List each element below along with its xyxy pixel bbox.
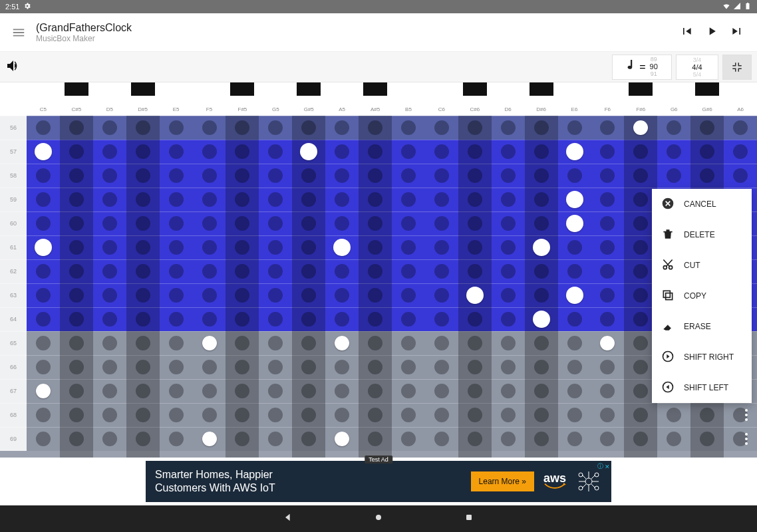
note-label: C#5 — [72, 106, 82, 112]
ad-brand-logo: aws — [543, 473, 566, 489]
status-time: 2:51 — [5, 3, 19, 11]
ad-banner[interactable]: Test Ad Smarter Homes, Happier Customers… — [146, 461, 611, 502]
android-nav-bar — [0, 505, 757, 532]
note-label: C#6 — [470, 106, 480, 112]
black-key — [297, 82, 321, 96]
note[interactable] — [335, 336, 349, 350]
black-key — [363, 82, 387, 96]
row-number: 63 — [0, 283, 27, 307]
row-number: 56 — [0, 116, 27, 140]
note[interactable] — [566, 143, 583, 160]
note-label: E5 — [173, 106, 180, 112]
note[interactable] — [566, 191, 583, 208]
note[interactable] — [466, 287, 484, 304]
note[interactable] — [600, 336, 615, 350]
context-menu-shift_right[interactable]: SHIFT RIGHT — [652, 342, 752, 372]
context-menu-cancel[interactable]: CANCEL — [652, 189, 752, 219]
note-label: G#5 — [304, 106, 314, 112]
black-key — [131, 82, 155, 96]
black-key — [530, 82, 553, 96]
note[interactable] — [633, 120, 648, 135]
erase-icon — [661, 319, 675, 334]
context-menu-shift_left[interactable]: SHIFT LEFT — [652, 372, 752, 403]
row-number: 58 — [0, 164, 27, 188]
gear-icon — [23, 2, 31, 11]
note[interactable] — [533, 311, 550, 328]
svg-rect-4 — [663, 291, 670, 297]
note[interactable] — [533, 239, 550, 256]
note-label: G6 — [671, 106, 678, 112]
note[interactable] — [566, 215, 583, 232]
song-title: (GrandFathersClock — [36, 22, 680, 34]
tempo-equals: = — [639, 61, 645, 73]
ad-text: Smarter Homes, Happier Customers With AW… — [155, 468, 462, 495]
quarter-note-icon — [626, 60, 635, 74]
context-menu-cut[interactable]: CUT — [652, 250, 752, 281]
skip-next-button[interactable] — [730, 25, 744, 41]
context-menu-erase[interactable]: ERASE — [652, 311, 752, 342]
note-label: G5 — [272, 106, 279, 112]
note-grid[interactable]: 5657585960616263646566676869 — [0, 116, 757, 458]
arrow-left-icon — [661, 380, 675, 396]
note-label: G#6 — [702, 106, 712, 112]
collapse-button[interactable] — [722, 55, 752, 80]
note[interactable] — [335, 432, 349, 446]
svg-rect-3 — [666, 293, 673, 299]
nav-home-button[interactable] — [373, 512, 384, 525]
time-signature-value: 4/4 — [692, 63, 702, 71]
nav-back-button[interactable] — [283, 512, 293, 525]
black-key — [629, 82, 653, 96]
tempo-selector[interactable]: = 89 90 91 — [612, 55, 672, 80]
ad-cta-button[interactable]: Learn More » — [471, 471, 534, 491]
row-drag-handle[interactable] — [741, 427, 752, 451]
play-button[interactable] — [705, 25, 718, 41]
app-subtitle: MusicBox Maker — [36, 34, 680, 43]
time-signature-selector[interactable]: 3/4 4/4 5/4 — [676, 55, 718, 80]
row-number: 61 — [0, 235, 27, 259]
secondary-toolbar: = 89 90 91 3/4 4/4 5/4 — [0, 52, 757, 82]
context-menu-delete[interactable]: DELETE — [652, 219, 752, 250]
note-label: C6 — [438, 106, 445, 112]
note-label: F6 — [605, 106, 611, 112]
note-label: D#5 — [138, 106, 148, 112]
black-key — [65, 82, 88, 96]
ad-close-button[interactable]: ⓘ✕ — [597, 462, 610, 471]
android-status-bar: 2:51 — [0, 0, 757, 13]
skip-previous-button[interactable] — [680, 25, 693, 41]
row-number: 60 — [0, 211, 27, 235]
note-label: F#6 — [636, 106, 645, 112]
note-label: D5 — [106, 106, 113, 112]
note[interactable] — [35, 143, 52, 160]
svg-point-7 — [585, 478, 592, 485]
arrow-right-icon — [661, 350, 675, 365]
context-menu-copy[interactable]: COPY — [652, 281, 752, 311]
row-number: 69 — [0, 427, 27, 451]
note[interactable] — [202, 432, 217, 446]
note-label: A#5 — [371, 106, 380, 112]
trash-icon — [661, 227, 675, 243]
iot-icon — [575, 468, 602, 495]
note-label: D6 — [505, 106, 512, 112]
note-label: F5 — [206, 106, 212, 112]
note[interactable] — [36, 384, 51, 398]
wifi-icon — [722, 2, 730, 11]
volume-button[interactable] — [5, 58, 21, 76]
note-label: D#6 — [536, 106, 546, 112]
note[interactable] — [202, 336, 217, 350]
row-number: 59 — [0, 188, 27, 211]
row-number: 57 — [0, 140, 27, 164]
black-key — [463, 82, 487, 96]
context-menu: CANCELDELETECUTCOPYERASESHIFT RIGHTSHIFT… — [652, 189, 752, 403]
note[interactable] — [566, 287, 583, 304]
menu-button[interactable] — [7, 21, 31, 45]
note[interactable] — [333, 239, 351, 256]
row-drag-handle[interactable] — [741, 403, 752, 427]
note-label: A6 — [737, 106, 744, 112]
row-number: 62 — [0, 259, 27, 283]
note[interactable] — [35, 239, 52, 256]
black-key — [695, 82, 719, 96]
note[interactable] — [300, 143, 317, 160]
piano-key-strip — [0, 82, 757, 106]
nav-recent-button[interactable] — [464, 512, 474, 525]
note-label: F#5 — [238, 106, 247, 112]
